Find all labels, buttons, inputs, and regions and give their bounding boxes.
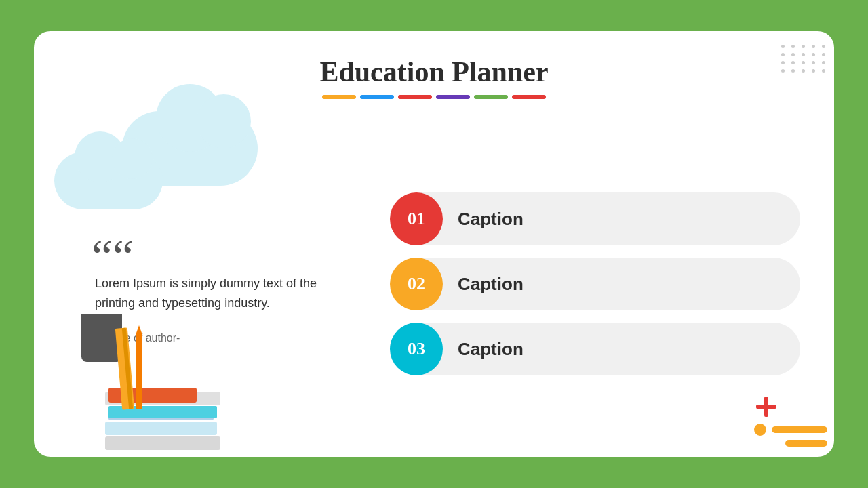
pencil-icon [136, 335, 142, 409]
deco-circle [754, 424, 766, 436]
cloud-small [54, 152, 163, 209]
dot [802, 53, 805, 56]
main-content: ““ Lorem Ipsum is simply dummy text of t… [34, 104, 834, 457]
header: Education Planner [34, 31, 834, 104]
bar-6 [512, 95, 546, 99]
bar-5 [474, 95, 508, 99]
svg-rect-1 [756, 405, 776, 409]
color-bar [34, 95, 834, 99]
book-layer-3 [105, 422, 217, 435]
number-circle-1: 01 [390, 192, 443, 245]
left-panel: ““ Lorem Ipsum is simply dummy text of t… [68, 118, 366, 443]
caption-row-3: 03 Caption [393, 323, 800, 375]
dot [791, 69, 795, 73]
dot [791, 61, 795, 64]
dot [802, 45, 805, 48]
deco-long-bar [772, 426, 827, 433]
book-layer-4 [105, 436, 220, 450]
bar-4 [436, 95, 470, 99]
number-circle-2: 02 [390, 258, 443, 310]
deco-row-1 [754, 424, 827, 436]
dot [781, 53, 785, 56]
caption-label-2: Caption [458, 274, 524, 295]
right-panel: 01 Caption 02 Caption 03 Caption [393, 118, 800, 443]
dot [781, 61, 785, 64]
illustration [81, 314, 231, 450]
bar-2 [360, 95, 394, 99]
dot [812, 69, 815, 73]
deco-short-bar [785, 440, 827, 447]
plus-decoration [756, 396, 776, 420]
number-label-1: 01 [408, 209, 425, 229]
page-title: Education Planner [34, 56, 834, 88]
bar-3 [398, 95, 432, 99]
dot [802, 61, 805, 64]
dot [781, 69, 785, 73]
caption-label-1: Caption [458, 209, 524, 230]
dots-decoration [781, 45, 827, 73]
caption-row-2: 02 Caption [393, 258, 800, 310]
main-card: Education Planner ““ Lorem Ipsum is simp… [34, 31, 834, 457]
dot [812, 61, 815, 64]
dot [822, 61, 825, 64]
dot [812, 45, 815, 48]
dot [812, 53, 815, 56]
dot [822, 69, 825, 73]
dot [791, 53, 795, 56]
caption-label-3: Caption [458, 339, 524, 360]
number-label-3: 03 [408, 339, 425, 359]
number-label-2: 02 [408, 274, 425, 294]
caption-row-1: 01 Caption [393, 192, 800, 245]
number-circle-3: 03 [390, 323, 443, 375]
dot [802, 69, 805, 73]
dot [822, 53, 825, 56]
bottom-right-deco [754, 424, 827, 447]
dot [781, 45, 785, 48]
quote-text: Lorem Ipsum is simply dummy text of the … [95, 274, 339, 313]
dot [822, 45, 825, 48]
dot [791, 45, 795, 48]
bar-1 [322, 95, 356, 99]
